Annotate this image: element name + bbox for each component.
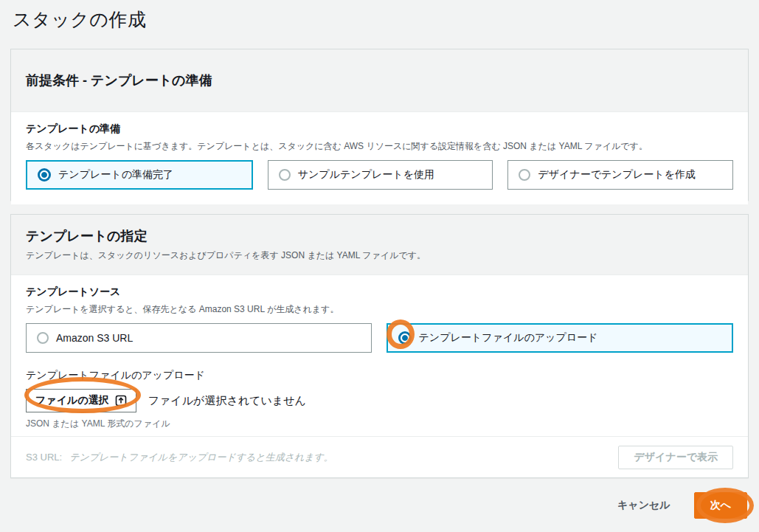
cancel-button[interactable]: キャンセル — [617, 499, 670, 512]
file-status-text: ファイルが選択されていません — [148, 394, 306, 408]
radio-selected-icon[interactable] — [38, 168, 51, 182]
next-button[interactable]: 次へ — [694, 492, 747, 519]
option-designer-template[interactable]: デザイナーでテンプレートを作成 — [507, 160, 733, 190]
radio-icon[interactable] — [519, 169, 530, 181]
specify-template-card-title: テンプレートの指定 — [26, 227, 733, 245]
s3-url-label: S3 URL: — [26, 452, 62, 463]
option-label: テンプレートファイルのアップロード — [419, 331, 598, 345]
file-format-hint: JSON または YAML 形式のファイル — [26, 418, 733, 430]
upload-template-block: テンプレートファイルのアップロード ファイルの選択 ファイルが選択されていません… — [26, 369, 733, 430]
specify-template-card-body: テンプレートソース テンプレートを選択すると、保存先となる Amazon S3 … — [11, 275, 748, 445]
option-template-ready[interactable]: テンプレートの準備完了 — [26, 160, 253, 190]
specify-template-card: テンプレートの指定 テンプレートは、スタックのリソースおよびプロパティを表す J… — [10, 214, 749, 478]
template-source-options: Amazon S3 URL テンプレートファイルのアップロード — [26, 323, 733, 353]
wizard-footer: キャンセル 次へ — [617, 492, 747, 519]
s3-url-footer: S3 URL: テンプレートファイルをアップロードすると生成されます。 デザイナ… — [11, 436, 748, 477]
option-sample-template[interactable]: サンプルテンプレートを使用 — [268, 160, 493, 190]
s3-url-placeholder: テンプレートファイルをアップロードすると生成されます。 — [69, 451, 333, 464]
view-in-designer-button[interactable]: デザイナーで表示 — [618, 446, 733, 469]
template-source-description: テンプレートを選択すると、保存先となる Amazon S3 URL が生成されま… — [26, 303, 733, 316]
prerequisite-card-title: 前提条件 - テンプレートの準備 — [26, 72, 733, 89]
option-label: Amazon S3 URL — [56, 332, 133, 344]
option-label: テンプレートの準備完了 — [58, 168, 173, 182]
choose-file-button-label: ファイルの選択 — [35, 394, 109, 407]
option-label: サンプルテンプレートを使用 — [298, 168, 434, 182]
prepare-template-options: テンプレートの準備完了 サンプルテンプレートを使用 デザイナーでテンプレートを作… — [26, 160, 733, 190]
template-source-label: テンプレートソース — [26, 286, 733, 299]
option-amazon-s3-url[interactable]: Amazon S3 URL — [26, 323, 372, 353]
file-row: ファイルの選択 ファイルが選択されていません — [26, 389, 733, 412]
upload-template-label: テンプレートファイルのアップロード — [26, 369, 733, 382]
prerequisite-card-header: 前提条件 - テンプレートの準備 — [11, 49, 748, 112]
upload-icon — [115, 395, 127, 407]
page-title: スタックの作成 — [13, 7, 146, 32]
prepare-template-description: 各スタックはテンプレートに基づきます。テンプレートとは、スタックに含む AWS … — [26, 140, 733, 153]
prerequisite-card-body: テンプレートの準備 各スタックはテンプレートに基づきます。テンプレートとは、スタ… — [11, 112, 748, 204]
option-upload-template-file[interactable]: テンプレートファイルのアップロード — [387, 323, 734, 353]
choose-file-button[interactable]: ファイルの選択 — [26, 389, 136, 412]
specify-template-card-header: テンプレートの指定 テンプレートは、スタックのリソースおよびプロパティを表す J… — [11, 215, 748, 275]
radio-selected-icon[interactable] — [398, 331, 412, 345]
radio-icon[interactable] — [37, 332, 49, 344]
specify-template-card-subtitle: テンプレートは、スタックのリソースおよびプロパティを表す JSON または YA… — [26, 249, 733, 262]
prepare-template-label: テンプレートの準備 — [26, 122, 733, 136]
option-label: デザイナーでテンプレートを作成 — [538, 168, 696, 182]
radio-icon[interactable] — [279, 169, 291, 181]
prerequisite-card: 前提条件 - テンプレートの準備 テンプレートの準備 各スタックはテンプレートに… — [10, 49, 749, 201]
